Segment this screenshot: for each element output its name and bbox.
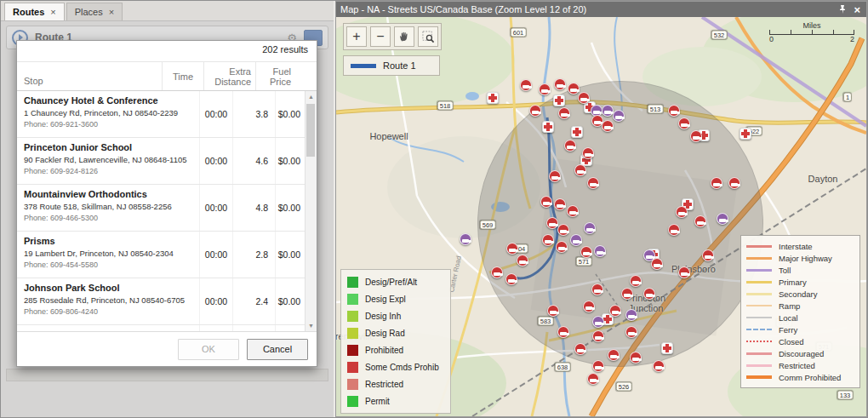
marker-prohibited[interactable] (568, 83, 580, 94)
marker-restricted-purple[interactable] (613, 110, 625, 122)
result-row[interactable]: Princeton Day School (17, 325, 306, 331)
marker-prohibited[interactable] (546, 217, 558, 229)
marker-prohibited[interactable] (602, 120, 614, 132)
marker-prohibited[interactable] (668, 105, 680, 117)
marker-prohibited[interactable] (630, 275, 642, 287)
marker-prohibited[interactable] (549, 170, 561, 182)
marker-prohibited[interactable] (542, 234, 554, 246)
legend-item: Restricted (746, 359, 854, 371)
marker-restricted-purple[interactable] (602, 105, 614, 117)
marker-prohibited[interactable] (728, 177, 740, 189)
marker-medical[interactable] (553, 94, 565, 106)
scroll-down-icon[interactable]: ▼ (306, 320, 317, 331)
scrollbar-thumb[interactable] (306, 104, 315, 157)
marker-prohibited[interactable] (583, 301, 595, 312)
marker-prohibited[interactable] (529, 105, 541, 117)
marker-prohibited[interactable] (557, 224, 569, 236)
marker-prohibited[interactable] (556, 241, 568, 253)
column-fuel-price[interactable]: Fuel Price (255, 62, 297, 90)
result-row[interactable]: Johnson Park School285 Rosedale Rd, Prin… (17, 278, 306, 325)
marker-prohibited[interactable] (587, 373, 599, 385)
marker-prohibited[interactable] (578, 92, 590, 104)
marker-prohibited[interactable] (653, 360, 665, 372)
pan-hand-button[interactable] (394, 26, 414, 47)
marker-medical[interactable] (542, 121, 554, 133)
marker-prohibited[interactable] (554, 78, 566, 90)
pin-icon[interactable] (838, 4, 847, 14)
results-scrollbar[interactable]: ▲ ▼ (305, 91, 317, 331)
legend-label: Desig Rad (365, 329, 405, 338)
scale-end: 2 (850, 35, 854, 43)
marker-prohibited[interactable] (557, 326, 569, 338)
column-extra-distance[interactable]: Extra Distance (203, 62, 255, 90)
marker-restricted-purple[interactable] (592, 316, 604, 328)
marker-prohibited[interactable] (711, 177, 722, 189)
marker-restricted-purple[interactable] (625, 309, 637, 321)
map-close-icon[interactable]: × (852, 3, 862, 16)
marker-restricted-purple[interactable] (594, 245, 606, 257)
ok-button[interactable]: OK (178, 339, 239, 360)
marker-prohibited[interactable] (651, 258, 663, 270)
marker-restricted-purple[interactable] (584, 222, 596, 234)
marker-prohibited[interactable] (558, 107, 570, 119)
time-value (199, 325, 232, 331)
route-legend-chip[interactable]: Route 1 (343, 55, 440, 76)
marker-prohibited[interactable] (592, 330, 604, 342)
result-row[interactable]: Prisms19 Lambert Dr, Princeton, NJ 08540… (17, 232, 306, 278)
marker-prohibited[interactable] (540, 196, 552, 208)
marker-prohibited[interactable] (506, 243, 518, 255)
marker-prohibited[interactable] (520, 79, 532, 91)
result-row[interactable]: Princeton Junior School90 Fackler Rd, La… (17, 138, 306, 185)
result-row[interactable]: Mountainview Orthodontics378 Route 518, … (17, 185, 306, 232)
marker-restricted-purple[interactable] (717, 213, 728, 225)
zoom-out-button[interactable]: − (370, 26, 391, 47)
marker-prohibited[interactable] (587, 177, 599, 189)
column-stop[interactable]: Stop (17, 62, 162, 90)
marker-prohibited[interactable] (491, 266, 503, 278)
zoom-in-button[interactable]: + (346, 26, 367, 47)
marker-medical[interactable] (571, 126, 583, 138)
marker-prohibited[interactable] (608, 349, 620, 361)
marker-prohibited[interactable] (592, 360, 604, 372)
marker-prohibited[interactable] (643, 288, 655, 300)
marker-prohibited[interactable] (625, 326, 637, 338)
marker-prohibited[interactable] (582, 147, 594, 159)
box-zoom-button[interactable] (418, 26, 438, 47)
marker-prohibited[interactable] (567, 205, 579, 217)
cancel-button[interactable]: Cancel (247, 339, 308, 360)
marker-prohibited[interactable] (547, 305, 559, 317)
scrollbar-track[interactable] (306, 102, 317, 320)
marker-prohibited[interactable] (668, 224, 680, 236)
marker-prohibited[interactable] (574, 343, 586, 355)
marker-prohibited[interactable] (505, 273, 517, 285)
marker-prohibited[interactable] (591, 283, 603, 295)
tab-routes[interactable]: Routes × (4, 3, 65, 20)
result-row[interactable]: Chauncey Hotel & Conference1 Chauncey Rd… (17, 91, 306, 138)
tab-places-close-icon[interactable]: × (109, 7, 114, 17)
marker-restricted-purple[interactable] (460, 233, 471, 245)
marker-prohibited[interactable] (676, 206, 688, 218)
marker-prohibited[interactable] (694, 215, 706, 227)
marker-restricted-purple[interactable] (570, 234, 582, 246)
column-time[interactable]: Time (162, 62, 203, 90)
marker-prohibited[interactable] (609, 305, 621, 317)
tab-routes-close-icon[interactable]: × (50, 7, 55, 17)
marker-prohibited[interactable] (574, 164, 586, 176)
marker-medical[interactable] (487, 92, 499, 104)
marker-prohibited[interactable] (580, 246, 592, 258)
marker-prohibited[interactable] (554, 198, 566, 210)
marker-prohibited[interactable] (690, 130, 702, 142)
marker-prohibited[interactable] (630, 352, 642, 364)
marker-prohibited[interactable] (678, 266, 690, 278)
tab-places[interactable]: Places × (66, 3, 123, 20)
marker-medical[interactable] (740, 128, 751, 140)
marker-prohibited[interactable] (621, 288, 633, 300)
marker-prohibited[interactable] (564, 140, 576, 152)
map-canvas[interactable]: HopewellDaytonPlainsboroPrinceton Juncti… (336, 17, 866, 416)
scroll-up-icon[interactable]: ▲ (306, 91, 317, 102)
marker-medical[interactable] (661, 342, 673, 354)
marker-prohibited[interactable] (517, 255, 528, 266)
marker-prohibited[interactable] (539, 83, 551, 95)
marker-prohibited[interactable] (702, 249, 714, 261)
marker-prohibited[interactable] (678, 117, 690, 129)
